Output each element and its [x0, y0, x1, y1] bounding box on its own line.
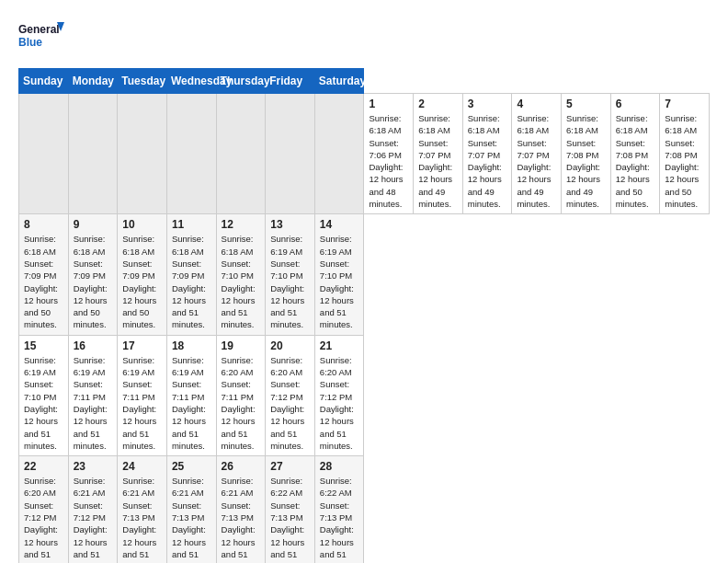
- day-info: Sunrise: 6:22 AM Sunset: 7:13 PM Dayligh…: [320, 475, 359, 563]
- day-info: Sunrise: 6:21 AM Sunset: 7:13 PM Dayligh…: [172, 475, 211, 563]
- calendar-day-cell: [68, 94, 118, 214]
- day-info: Sunrise: 6:18 AM Sunset: 7:10 PM Dayligh…: [222, 233, 261, 330]
- day-number: 26: [222, 460, 261, 473]
- calendar-day-cell: 19 Sunrise: 6:20 AM Sunset: 7:11 PM Dayl…: [216, 335, 266, 455]
- day-number: 13: [270, 218, 310, 231]
- svg-text:Blue: Blue: [18, 36, 42, 49]
- calendar-week-row: 8 Sunrise: 6:18 AM Sunset: 7:09 PM Dayli…: [19, 214, 710, 335]
- weekday-header: Monday: [68, 69, 118, 94]
- day-info: Sunrise: 6:19 AM Sunset: 7:11 PM Dayligh…: [122, 354, 162, 452]
- calendar-day-cell: 16 Sunrise: 6:19 AM Sunset: 7:11 PM Dayl…: [68, 335, 118, 455]
- weekday-header: Thursday: [216, 69, 266, 94]
- calendar-day-cell: 5 Sunrise: 6:18 AM Sunset: 7:08 PM Dayli…: [562, 94, 611, 214]
- calendar-day-cell: 7 Sunrise: 6:18 AM Sunset: 7:08 PM Dayli…: [660, 94, 710, 214]
- day-info: Sunrise: 6:18 AM Sunset: 7:07 PM Dayligh…: [468, 112, 507, 210]
- day-number: 18: [172, 339, 211, 352]
- day-number: 10: [122, 218, 162, 231]
- day-number: 16: [74, 339, 113, 352]
- day-info: Sunrise: 6:19 AM Sunset: 7:10 PM Dayligh…: [270, 233, 310, 330]
- day-number: 28: [320, 460, 359, 473]
- calendar-day-cell: 1 Sunrise: 6:18 AM Sunset: 7:06 PM Dayli…: [364, 94, 414, 214]
- day-info: Sunrise: 6:19 AM Sunset: 7:10 PM Dayligh…: [320, 233, 359, 330]
- day-number: 5: [566, 98, 606, 110]
- day-info: Sunrise: 6:18 AM Sunset: 7:07 PM Dayligh…: [517, 112, 556, 210]
- calendar-day-cell: 25 Sunrise: 6:21 AM Sunset: 7:13 PM Dayl…: [166, 456, 216, 563]
- day-number: 7: [665, 98, 704, 110]
- svg-text:General: General: [18, 23, 60, 36]
- day-info: Sunrise: 6:21 AM Sunset: 7:13 PM Dayligh…: [222, 475, 261, 563]
- day-info: Sunrise: 6:18 AM Sunset: 7:06 PM Dayligh…: [369, 112, 408, 210]
- day-info: Sunrise: 6:19 AM Sunset: 7:11 PM Dayligh…: [172, 354, 211, 452]
- day-number: 14: [320, 218, 359, 231]
- day-number: 2: [418, 98, 458, 110]
- calendar-day-cell: 2 Sunrise: 6:18 AM Sunset: 7:07 PM Dayli…: [414, 94, 463, 214]
- day-info: Sunrise: 6:20 AM Sunset: 7:12 PM Dayligh…: [270, 354, 310, 452]
- day-info: Sunrise: 6:18 AM Sunset: 7:09 PM Dayligh…: [122, 233, 162, 330]
- day-number: 3: [468, 98, 507, 110]
- day-number: 27: [270, 460, 310, 473]
- day-number: 12: [222, 218, 261, 231]
- day-number: 9: [74, 218, 113, 231]
- calendar-day-cell: 14 Sunrise: 6:19 AM Sunset: 7:10 PM Dayl…: [314, 214, 364, 335]
- calendar-day-cell: 27 Sunrise: 6:22 AM Sunset: 7:13 PM Dayl…: [266, 456, 315, 563]
- day-number: 8: [24, 218, 63, 231]
- day-number: 15: [24, 339, 63, 352]
- calendar-day-cell: 23 Sunrise: 6:21 AM Sunset: 7:12 PM Dayl…: [68, 456, 118, 563]
- calendar-day-cell: 12 Sunrise: 6:18 AM Sunset: 7:10 PM Dayl…: [216, 214, 266, 335]
- day-info: Sunrise: 6:22 AM Sunset: 7:13 PM Dayligh…: [270, 475, 310, 563]
- weekday-header: Friday: [266, 69, 315, 94]
- weekday-header: Wednesday: [166, 69, 216, 94]
- calendar-day-cell: 21 Sunrise: 6:20 AM Sunset: 7:12 PM Dayl…: [314, 335, 364, 455]
- calendar-week-row: 22 Sunrise: 6:20 AM Sunset: 7:12 PM Dayl…: [19, 456, 710, 563]
- calendar-day-cell: 18 Sunrise: 6:19 AM Sunset: 7:11 PM Dayl…: [166, 335, 216, 455]
- calendar-day-cell: 22 Sunrise: 6:20 AM Sunset: 7:12 PM Dayl…: [19, 456, 69, 563]
- weekday-header: Tuesday: [118, 69, 167, 94]
- page-header: General Blue: [18, 18, 710, 53]
- calendar-day-cell: 17 Sunrise: 6:19 AM Sunset: 7:11 PM Dayl…: [118, 335, 167, 455]
- day-number: 4: [517, 98, 556, 110]
- day-info: Sunrise: 6:21 AM Sunset: 7:13 PM Dayligh…: [122, 475, 162, 563]
- calendar-day-cell: 8 Sunrise: 6:18 AM Sunset: 7:09 PM Dayli…: [19, 214, 69, 335]
- day-number: 23: [74, 460, 113, 473]
- day-info: Sunrise: 6:18 AM Sunset: 7:09 PM Dayligh…: [74, 233, 113, 330]
- day-info: Sunrise: 6:21 AM Sunset: 7:12 PM Dayligh…: [74, 475, 113, 563]
- day-number: 1: [369, 98, 408, 110]
- day-number: 21: [320, 339, 359, 352]
- day-number: 20: [270, 339, 310, 352]
- day-number: 19: [222, 339, 261, 352]
- calendar-header-row: SundayMondayTuesdayWednesdayThursdayFrid…: [19, 69, 710, 94]
- day-info: Sunrise: 6:20 AM Sunset: 7:12 PM Dayligh…: [24, 475, 63, 563]
- calendar-day-cell: [166, 94, 216, 214]
- day-number: 6: [616, 98, 655, 110]
- calendar-day-cell: 13 Sunrise: 6:19 AM Sunset: 7:10 PM Dayl…: [266, 214, 315, 335]
- day-number: 17: [122, 339, 162, 352]
- logo-svg: General Blue: [18, 18, 64, 53]
- calendar-day-cell: 6 Sunrise: 6:18 AM Sunset: 7:08 PM Dayli…: [610, 94, 660, 214]
- day-info: Sunrise: 6:20 AM Sunset: 7:11 PM Dayligh…: [222, 354, 261, 452]
- logo: General Blue: [18, 18, 64, 53]
- calendar-week-row: 15 Sunrise: 6:19 AM Sunset: 7:10 PM Dayl…: [19, 335, 710, 455]
- calendar-day-cell: 9 Sunrise: 6:18 AM Sunset: 7:09 PM Dayli…: [68, 214, 118, 335]
- day-info: Sunrise: 6:18 AM Sunset: 7:08 PM Dayligh…: [566, 112, 606, 210]
- day-info: Sunrise: 6:18 AM Sunset: 7:08 PM Dayligh…: [616, 112, 655, 210]
- calendar-table: SundayMondayTuesdayWednesdayThursdayFrid…: [18, 68, 710, 563]
- calendar-day-cell: 10 Sunrise: 6:18 AM Sunset: 7:09 PM Dayl…: [118, 214, 167, 335]
- calendar-day-cell: 24 Sunrise: 6:21 AM Sunset: 7:13 PM Dayl…: [118, 456, 167, 563]
- calendar-day-cell: 20 Sunrise: 6:20 AM Sunset: 7:12 PM Dayl…: [266, 335, 315, 455]
- weekday-header: Sunday: [19, 69, 69, 94]
- weekday-header: Saturday: [314, 69, 364, 94]
- day-info: Sunrise: 6:20 AM Sunset: 7:12 PM Dayligh…: [320, 354, 359, 452]
- calendar-day-cell: 15 Sunrise: 6:19 AM Sunset: 7:10 PM Dayl…: [19, 335, 69, 455]
- calendar-day-cell: [314, 94, 364, 214]
- calendar-day-cell: 28 Sunrise: 6:22 AM Sunset: 7:13 PM Dayl…: [314, 456, 364, 563]
- day-number: 11: [172, 218, 211, 231]
- day-number: 25: [172, 460, 211, 473]
- calendar-day-cell: 26 Sunrise: 6:21 AM Sunset: 7:13 PM Dayl…: [216, 456, 266, 563]
- day-number: 22: [24, 460, 63, 473]
- day-info: Sunrise: 6:19 AM Sunset: 7:10 PM Dayligh…: [24, 354, 63, 452]
- calendar-day-cell: [19, 94, 69, 214]
- day-info: Sunrise: 6:18 AM Sunset: 7:09 PM Dayligh…: [24, 233, 63, 330]
- calendar-day-cell: [266, 94, 315, 214]
- day-info: Sunrise: 6:18 AM Sunset: 7:08 PM Dayligh…: [665, 112, 704, 210]
- calendar-day-cell: 11 Sunrise: 6:18 AM Sunset: 7:09 PM Dayl…: [166, 214, 216, 335]
